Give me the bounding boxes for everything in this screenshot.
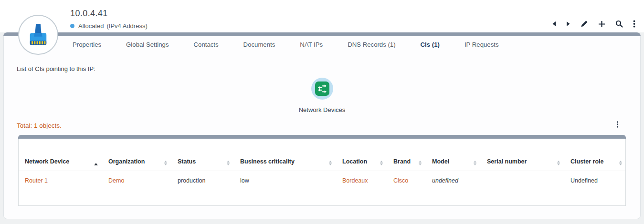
column-header-business-criticality[interactable]: Business criticality (234, 139, 336, 171)
network-devices-icon (311, 78, 333, 100)
tab-nat-ips[interactable]: NAT IPs (287, 39, 335, 50)
pencil-icon (581, 20, 588, 28)
sort-icon (474, 161, 476, 165)
switch-icon (315, 81, 329, 96)
status-line: Allocated (IPv4 Address) (70, 22, 148, 30)
sort-icon (419, 161, 422, 165)
column-header-brand[interactable]: Brand (387, 139, 426, 171)
tab-properties[interactable]: Properties (60, 39, 114, 50)
plus-icon (598, 20, 605, 28)
ci-table: Network Device Organization Status Busin… (18, 135, 626, 206)
sort-icon (619, 161, 622, 165)
table-actions-menu-button[interactable] (615, 120, 620, 131)
caret-left-icon (552, 21, 556, 27)
cell-network-device[interactable]: Router 1 (19, 171, 102, 190)
sort-icon (557, 161, 560, 165)
cell-business-criticality: low (234, 171, 336, 190)
new-object-button[interactable] (597, 20, 606, 29)
tab-global-settings[interactable]: Global Settings (114, 39, 181, 50)
caret-right-icon (566, 21, 570, 27)
table-header-row: Network Device Organization Status Busin… (19, 139, 626, 171)
kebab-icon (633, 20, 635, 28)
cell-model: undefined (426, 171, 481, 190)
cell-organization[interactable]: Demo (102, 171, 171, 190)
class-label: Network Devices (0, 106, 644, 113)
table-top-bar (18, 135, 626, 139)
prev-object-button[interactable] (551, 20, 557, 28)
column-header-cluster-role[interactable]: Cluster role (564, 139, 626, 171)
sort-icon (227, 161, 230, 165)
cell-cluster-role: Undefined (564, 171, 626, 190)
sort-icon (329, 161, 332, 165)
status-dot-icon (70, 24, 74, 28)
tab-bar: Properties Global Settings Contacts Docu… (60, 39, 511, 50)
status-text: Allocated (78, 22, 104, 30)
sort-icon (164, 161, 167, 165)
toolbar (551, 19, 636, 29)
sort-asc-icon (94, 163, 98, 165)
table-row: Router 1 Demo production low Bordeaux Ci… (19, 171, 626, 190)
search-button[interactable] (614, 19, 624, 29)
column-header-network-device[interactable]: Network Device (19, 139, 102, 171)
page-title: 10.0.4.41 (70, 9, 108, 19)
panel-top-bar (3, 32, 641, 36)
sort-icon (380, 161, 383, 165)
tab-contacts[interactable]: Contacts (181, 39, 231, 50)
object-avatar (18, 15, 58, 55)
status-class: (IPv4 Address) (106, 22, 147, 30)
table-kebab-icon (616, 121, 619, 128)
column-header-organization[interactable]: Organization (102, 139, 171, 171)
actions-menu-button[interactable] (632, 19, 636, 29)
column-header-model[interactable]: Model (426, 139, 481, 171)
tab-ip-requests[interactable]: IP Requests (452, 39, 511, 50)
column-header-serial-number[interactable]: Serial number (481, 139, 564, 171)
next-object-button[interactable] (565, 20, 571, 28)
edit-button[interactable] (580, 19, 589, 29)
cell-location[interactable]: Bordeaux (336, 171, 387, 190)
tab-documents[interactable]: Documents (231, 39, 288, 50)
tab-dns-records[interactable]: DNS Records (1) (335, 39, 408, 50)
cell-brand[interactable]: Cisco (387, 171, 426, 190)
cell-serial-number (481, 171, 564, 190)
table-body: Network Device Organization Status Busin… (18, 139, 626, 206)
cell-status: production (171, 171, 234, 190)
total-count-label: Total: 1 objects. (17, 122, 62, 129)
list-of-cis-label: List of CIs pointing to this IP: (17, 65, 95, 72)
search-icon (615, 20, 623, 28)
rj45-plug-icon (27, 23, 49, 47)
class-block: Network Devices (0, 78, 644, 113)
tab-cis[interactable]: CIs (1) (408, 39, 452, 50)
column-header-status[interactable]: Status (171, 139, 234, 171)
column-header-location[interactable]: Location (336, 139, 387, 171)
